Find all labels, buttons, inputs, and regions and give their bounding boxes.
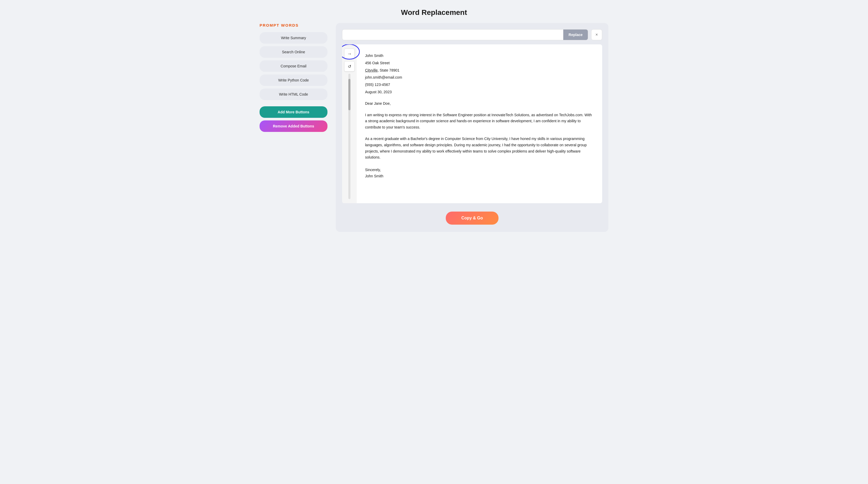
add-more-buttons-button[interactable]: Add More Buttons <box>259 106 328 118</box>
replace-input[interactable] <box>342 30 563 40</box>
scrollbar-track[interactable] <box>348 74 350 199</box>
prompt-buttons-list: Write Summary Search Online Compose Emai… <box>259 32 328 100</box>
doc-address2: Cityville, State 78901 <box>365 67 594 74</box>
doc-closing-name: John Smith <box>365 173 594 179</box>
doc-address1: 456 Oak Street <box>365 60 594 66</box>
scrollbar-thumb[interactable] <box>348 79 350 110</box>
copy-go-wrap: Copy & Go <box>342 207 602 226</box>
search-online-button[interactable]: Search Online <box>259 46 328 58</box>
doc-actions: → ↺ <box>342 44 357 203</box>
write-python-code-button[interactable]: Write Python Code <box>259 74 328 86</box>
arrow-right-button[interactable]: → <box>344 49 354 59</box>
content-area: Replace × → ↺ John Smith 456 Oak Street <box>336 23 609 232</box>
doc-closing: Sincerely, <box>365 167 594 173</box>
replace-input-wrap: Replace <box>342 29 588 40</box>
doc-name: John Smith <box>365 53 594 59</box>
remove-added-buttons-button[interactable]: Remove Added Buttons <box>259 120 328 132</box>
compose-email-button[interactable]: Compose Email <box>259 60 328 72</box>
document-wrap: → ↺ John Smith 456 Oak Street Cityville,… <box>342 44 602 203</box>
doc-para1: I am writing to express my strong intere… <box>365 112 594 130</box>
replace-button[interactable]: Replace <box>563 30 588 40</box>
doc-greeting: Dear Jane Doe, <box>365 100 594 107</box>
doc-para2: As a recent graduate with a Bachelor's d… <box>365 136 594 161</box>
refresh-button[interactable]: ↺ <box>344 61 354 71</box>
document-text: John Smith 456 Oak Street Cityville, Sta… <box>359 44 602 203</box>
close-button[interactable]: × <box>591 29 602 40</box>
doc-date: August 30, 2023 <box>365 89 594 95</box>
replace-bar: Replace × <box>342 29 602 40</box>
write-summary-button[interactable]: Write Summary <box>259 32 328 43</box>
arrow-action-container: → <box>344 49 354 59</box>
doc-state: , State 78901 <box>378 68 399 72</box>
copy-go-button[interactable]: Copy & Go <box>446 212 499 224</box>
sidebar: PROMPT WORDS Write Summary Search Online… <box>259 23 328 232</box>
doc-phone: (555) 123-4567 <box>365 82 594 88</box>
sidebar-section-title: PROMPT WORDS <box>259 23 328 27</box>
doc-city: Cityville <box>365 68 378 72</box>
write-html-code-button[interactable]: Write HTML Code <box>259 89 328 100</box>
doc-email: john.smith@email.com <box>365 74 594 81</box>
page-title: Word Replacement <box>401 8 467 17</box>
